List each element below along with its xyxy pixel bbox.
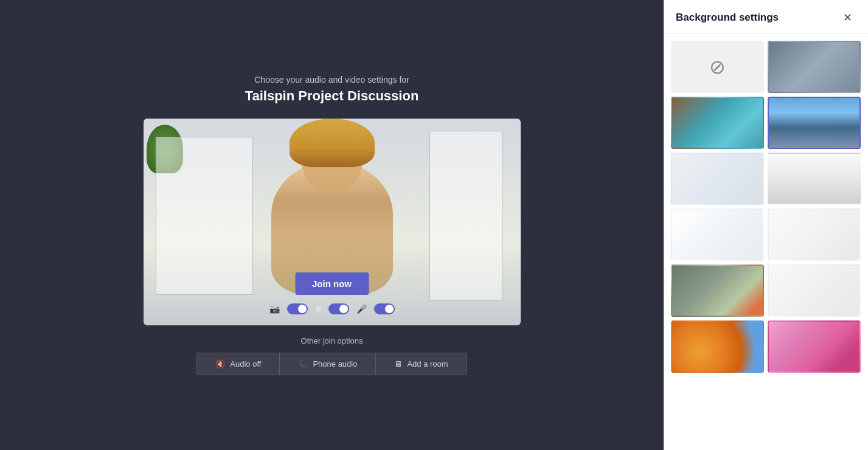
bg-option-modern1[interactable]: [671, 153, 764, 205]
controls-bar: 📷 ⊘ 🎤: [269, 303, 395, 314]
video-preview: Join now 📷 ⊘ 🎤: [144, 119, 521, 325]
mic-icon: 🎤: [356, 304, 367, 314]
audio-off-button[interactable]: 🔇 Audio off: [196, 353, 280, 375]
bg-option-blur[interactable]: [768, 41, 861, 93]
no-background-icon: ⊘: [709, 55, 726, 78]
bg-option-none[interactable]: ⊘: [671, 41, 764, 93]
bg-option-office1[interactable]: [671, 97, 764, 149]
header-subtitle: Choose your audio and video settings for: [245, 75, 419, 85]
add-room-button[interactable]: 🖥 Add a room: [376, 353, 467, 375]
shelf-left: [156, 137, 253, 295]
person-head: [302, 125, 363, 192]
bg-option-colorful2[interactable]: [768, 320, 861, 373]
bg-option-city[interactable]: [768, 97, 861, 149]
background-toggle[interactable]: [328, 303, 349, 314]
background-settings-panel: Background settings ✕ ⊘: [664, 0, 868, 450]
bottom-options: Other join options 🔇 Audio off 📞 Phone a…: [196, 336, 467, 375]
mic-toggle[interactable]: [374, 303, 395, 314]
join-option-row: 🔇 Audio off 📞 Phone audio 🖥 Add a room: [196, 353, 467, 375]
join-now-button[interactable]: Join now: [295, 272, 369, 295]
bg-option-office2[interactable]: [671, 265, 764, 317]
background-grid: ⊘: [664, 33, 868, 380]
shelf-right: [429, 131, 502, 301]
camera-icon: 📷: [269, 304, 280, 314]
main-area: Choose your audio and video settings for…: [0, 0, 664, 450]
person-hair: [290, 119, 375, 167]
audio-off-icon: 🔇: [215, 359, 225, 369]
bg-option-white1[interactable]: [671, 209, 764, 261]
camera-toggle[interactable]: [287, 303, 308, 314]
phone-icon: 📞: [298, 359, 308, 369]
header-text: Choose your audio and video settings for…: [245, 75, 419, 104]
background-off-icon: ⊘: [315, 305, 321, 313]
bg-option-colorful1[interactable]: [671, 320, 764, 373]
close-panel-button[interactable]: ✕: [839, 11, 856, 24]
bg-option-modern2[interactable]: [768, 153, 861, 205]
bg-option-light-room[interactable]: [768, 265, 861, 317]
panel-title: Background settings: [676, 12, 779, 24]
other-join-label: Other join options: [301, 336, 363, 345]
phone-audio-button[interactable]: 📞 Phone audio: [280, 353, 376, 375]
header-title: Tailspin Project Discussion: [245, 88, 419, 104]
bg-option-white2[interactable]: [768, 209, 861, 261]
room-icon: 🖥: [394, 359, 402, 369]
panel-header: Background settings ✕: [664, 0, 868, 33]
